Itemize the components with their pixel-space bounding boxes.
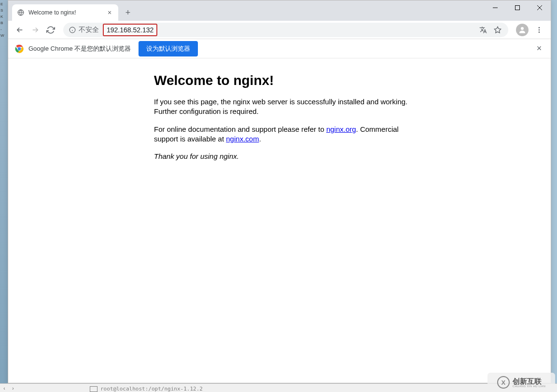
default-browser-infobar: Google Chrome 不是您的默认浏览器 设为默认浏览器 × [8, 39, 551, 58]
url-text: 192.168.52.132 [107, 26, 153, 34]
page-paragraph-2: For online documentation and support ple… [154, 125, 424, 144]
svg-point-11 [539, 29, 540, 30]
close-infobar-button[interactable]: × [534, 43, 544, 54]
address-bar[interactable]: 不安全 192.168.52.132 [63, 23, 508, 37]
close-icon[interactable]: × [106, 9, 113, 16]
svg-point-9 [521, 27, 524, 30]
desktop-left-edge: ESKB-W [0, 0, 8, 392]
forward-button[interactable] [28, 22, 43, 38]
scroll-right-button[interactable]: › [9, 384, 17, 392]
tab-title: Welcome to nginx! [28, 9, 106, 16]
star-icon[interactable] [493, 25, 502, 35]
maximize-button[interactable] [506, 0, 529, 15]
page-paragraph-1: If you see this page, the nginx web serv… [154, 97, 424, 117]
profile-avatar[interactable] [516, 24, 529, 36]
browser-window: Welcome to nginx! × + [8, 0, 551, 383]
svg-point-12 [539, 31, 540, 33]
page-heading: Welcome to nginx! [154, 73, 424, 88]
new-tab-button[interactable]: + [121, 6, 135, 19]
svg-rect-2 [515, 6, 520, 10]
set-default-browser-button[interactable]: 设为默认浏览器 [139, 41, 198, 56]
menu-button[interactable] [531, 22, 547, 38]
scroll-left-button[interactable]: ‹ [0, 384, 9, 392]
window-controls [484, 0, 551, 15]
toolbar: 不安全 192.168.52.132 [8, 21, 551, 39]
info-icon [69, 27, 76, 33]
svg-point-14 [18, 47, 21, 50]
infobar-message: Google Chrome 不是您的默认浏览器 [28, 44, 131, 53]
chrome-icon [15, 44, 24, 53]
taskbar-terminal-hint: root@localhost:/opt/nginx-1.12.2 [87, 386, 203, 392]
nginx-com-link[interactable]: nginx.com [226, 135, 259, 143]
tab-strip: Welcome to nginx! × + [8, 0, 135, 21]
page-thanks: Thank you for using nginx. [154, 152, 424, 161]
svg-marker-8 [494, 27, 501, 33]
url-highlight-box: 192.168.52.132 [103, 24, 157, 36]
close-window-button[interactable] [529, 0, 551, 15]
titlebar: Welcome to nginx! × + [8, 0, 551, 21]
back-button[interactable] [12, 22, 28, 38]
nginx-org-link[interactable]: nginx.org [326, 125, 356, 133]
not-secure-label: 不安全 [79, 26, 99, 34]
minimize-button[interactable] [484, 0, 506, 15]
terminal-icon [90, 386, 97, 392]
svg-point-10 [539, 27, 540, 28]
bottom-scroll-strip: ‹ › root@localhost:/opt/nginx-1.12.2 [0, 383, 557, 392]
reload-button[interactable] [43, 22, 58, 38]
browser-tab[interactable]: Welcome to nginx! × [12, 4, 118, 21]
globe-icon [17, 9, 25, 16]
translate-icon[interactable] [478, 25, 488, 35]
page-content: Welcome to nginx! If you see this page, … [8, 58, 551, 179]
